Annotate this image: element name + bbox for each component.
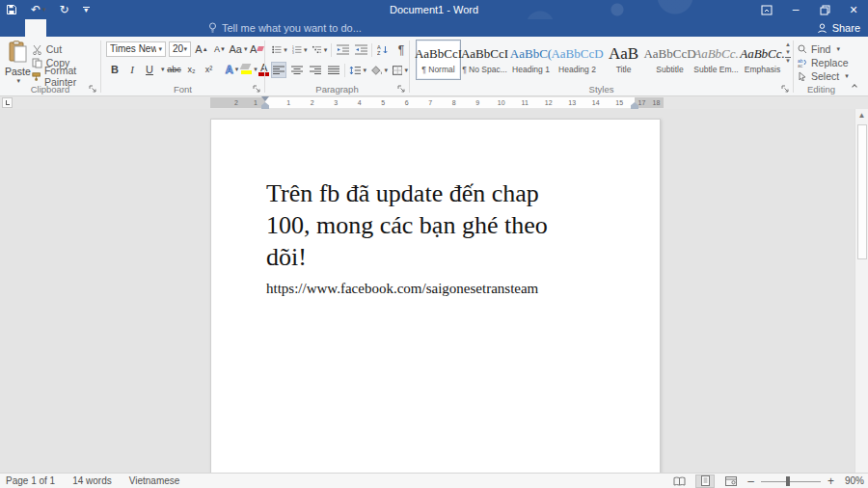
horizontal-ruler[interactable]: 21 123456789101112131415 1718 [210, 97, 664, 108]
underline-dropdown-arrow[interactable]: ▾ [161, 66, 165, 73]
collapse-ribbon-button[interactable] [852, 83, 858, 90]
clipboard-dialog-launcher[interactable] [89, 85, 97, 94]
style-card[interactable]: AaBbCcI ¶ No Spac... [462, 40, 507, 80]
ribbon-tab-bar: Tell me what you want to do... [0, 19, 868, 37]
ribbon-tab[interactable] [131, 19, 152, 37]
align-right-button[interactable] [308, 62, 323, 78]
decrease-indent-button[interactable] [335, 41, 350, 58]
close-button[interactable]: × [839, 0, 868, 19]
zoom-in-button[interactable]: + [827, 474, 834, 488]
vertical-scrollbar[interactable]: ▲ [854, 109, 868, 473]
ribbon-tab[interactable] [25, 19, 46, 37]
tell-me-box[interactable]: Tell me what you want to do... [208, 19, 362, 37]
title-bar: ↶▾ ↻ ▾ Document1 - Word – × [0, 0, 868, 19]
strikethrough-button[interactable]: abc [167, 61, 182, 77]
replace-button[interactable]: abac Replace [798, 56, 849, 69]
find-button[interactable]: Find▾ [798, 42, 849, 56]
align-center-button[interactable] [289, 62, 305, 78]
justify-button[interactable] [326, 62, 341, 78]
style-card[interactable]: AaBbCcD Subtitle [647, 40, 692, 80]
tab-stop-selector[interactable] [2, 97, 13, 108]
ribbon-tab[interactable] [89, 19, 110, 37]
font-group: Times New Ro▾ 20▾ A▲ A▼ Aa▾ A B I U▾ abc… [101, 37, 264, 96]
web-layout-button[interactable] [721, 474, 741, 488]
styles-scroll-down-button[interactable]: ▼ [785, 49, 791, 55]
styles-gallery-more-button[interactable]: ▼ [785, 57, 791, 64]
clear-formatting-button[interactable]: A [249, 41, 264, 57]
read-mode-button[interactable] [669, 474, 689, 488]
grow-font-button[interactable]: A▲ [194, 41, 209, 57]
document-text[interactable]: Trên fb đã update đến chap100, mong các … [266, 177, 548, 299]
underline-button[interactable]: U [142, 61, 157, 77]
style-card[interactable]: AaBbCcI ¶ Normal [416, 40, 461, 80]
document-url-line[interactable]: https://www.facebook.com/saigonesetranst… [266, 278, 548, 299]
word-count[interactable]: 14 words [72, 475, 112, 486]
font-size-combo[interactable]: 20▾ [169, 41, 191, 57]
styles-dialog-launcher[interactable] [781, 85, 790, 94]
document-text-line[interactable]: Trên fb đã update đến chap [266, 177, 548, 209]
numbering-icon: 123 [292, 44, 302, 55]
style-card[interactable]: AaBbC( Heading 1 [508, 40, 554, 80]
ribbon-display-options-button[interactable] [752, 0, 781, 19]
ribbon-tab[interactable] [46, 19, 68, 37]
minimize-button[interactable]: – [781, 0, 810, 19]
language-indicator[interactable]: Vietnamese [129, 475, 180, 486]
print-layout-button[interactable] [695, 474, 715, 488]
highlight-button[interactable]: ▾ [242, 61, 258, 77]
ribbon-tab[interactable] [0, 19, 25, 37]
styles-group: AaBbCcI ¶ Normal AaBbCcI ¶ No Spac... Aa… [410, 37, 793, 96]
zoom-slider-thumb[interactable] [786, 476, 790, 486]
borders-button[interactable]: ▾ [392, 62, 409, 78]
style-card[interactable]: AaBbCc. Subtle Em... [693, 40, 739, 80]
bold-button[interactable]: B [107, 61, 122, 77]
multilevel-list-button[interactable]: ▾ [312, 41, 329, 58]
ribbon-tab[interactable] [152, 19, 174, 37]
document-text-line[interactable]: dõi! [266, 241, 548, 273]
shading-button[interactable]: ▾ [370, 62, 389, 78]
select-button[interactable]: Select▾ [798, 69, 849, 83]
ribbon-tab[interactable] [110, 19, 131, 37]
document-page[interactable]: Trên fb đã update đến chap100, mong các … [210, 119, 661, 473]
shrink-font-button[interactable]: A▼ [212, 41, 228, 57]
increase-indent-button[interactable] [353, 41, 368, 58]
restore-button[interactable] [810, 0, 839, 19]
style-card[interactable]: AaBbCc. Emphasis [740, 40, 785, 80]
styles-scroll-up-button[interactable]: ▲ [785, 41, 791, 47]
zoom-level[interactable]: 90% [845, 475, 864, 486]
align-left-button[interactable] [271, 62, 286, 78]
change-case-button[interactable]: Aa▾ [231, 41, 246, 57]
style-card[interactable]: AaB Title [601, 40, 646, 80]
style-card[interactable]: AaBbCcD Heading 2 [555, 40, 600, 80]
share-button[interactable]: Share [817, 19, 860, 37]
cut-button[interactable]: Cut [32, 42, 100, 56]
paste-button[interactable]: Paste ▾ [4, 37, 32, 85]
ribbon-tab[interactable] [174, 19, 195, 37]
decrease-indent-icon [337, 44, 349, 55]
format-painter-button[interactable]: Format Painter [32, 69, 100, 83]
subscript-button[interactable]: x₂ [184, 61, 200, 77]
show-hide-marks-button[interactable]: ¶ [393, 41, 409, 58]
document-area[interactable]: Trên fb đã update đến chap100, mong các … [0, 109, 854, 473]
font-name-combo[interactable]: Times New Ro▾ [106, 41, 166, 57]
restore-icon [820, 5, 830, 15]
paragraph-dialog-launcher[interactable] [397, 85, 406, 94]
scroll-up-arrow[interactable]: ▲ [855, 109, 868, 122]
bullets-button[interactable]: ▾ [271, 41, 288, 58]
font-dialog-launcher[interactable] [253, 85, 261, 94]
sort-button[interactable]: AZ [375, 41, 391, 58]
paste-icon [7, 41, 28, 64]
line-spacing-button[interactable]: ▾ [348, 62, 367, 78]
document-text-line[interactable]: 100, mong các bạn ghé theo [266, 209, 548, 241]
find-icon [798, 44, 807, 54]
ribbon-tab[interactable] [68, 19, 89, 37]
format-painter-icon [32, 71, 41, 82]
superscript-button[interactable]: x² [202, 61, 217, 77]
italic-button[interactable]: I [124, 61, 140, 77]
zoom-out-button[interactable]: – [747, 474, 754, 488]
first-line-indent-marker[interactable] [261, 96, 269, 101]
zoom-slider[interactable] [761, 474, 821, 488]
scrollbar-thumb[interactable] [857, 124, 867, 259]
page-indicator[interactable]: Page 1 of 1 [6, 475, 55, 486]
text-effects-button[interactable]: A▾ [225, 61, 240, 77]
numbering-button[interactable]: 123▾ [291, 41, 309, 58]
